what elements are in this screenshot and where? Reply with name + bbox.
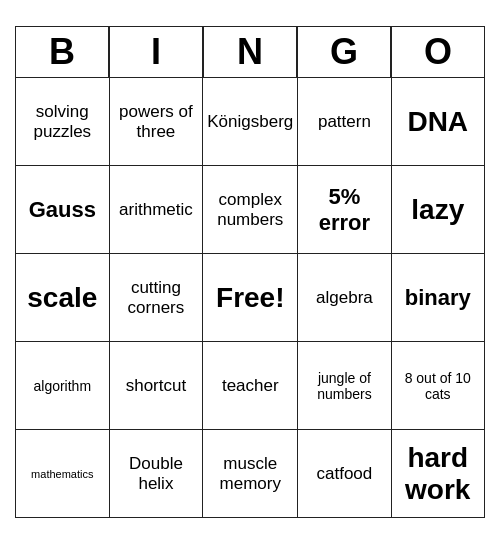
bingo-cell: 5% error [298, 166, 391, 254]
bingo-cell: pattern [298, 78, 391, 166]
cell-label: pattern [302, 112, 386, 132]
bingo-cell: cutting corners [109, 254, 203, 342]
bingo-cell: muscle memory [203, 430, 298, 518]
header-letter: N [203, 26, 297, 78]
cell-label: algebra [302, 288, 386, 308]
cell-label: powers of three [114, 102, 199, 142]
bingo-header: BINGO [15, 26, 485, 78]
cell-label: 8 out of 10 cats [396, 370, 481, 402]
cell-label: teacher [207, 376, 293, 396]
bingo-row: Gaussarithmeticcomplex numbers5% errorla… [16, 166, 485, 254]
bingo-row: mathematicsDouble helixmuscle memorycatf… [16, 430, 485, 518]
header-letter: B [15, 26, 109, 78]
bingo-cell: solving puzzles [16, 78, 110, 166]
header-letter: G [297, 26, 391, 78]
bingo-cell: complex numbers [203, 166, 298, 254]
cell-label: lazy [396, 194, 481, 226]
cell-label: solving puzzles [20, 102, 105, 142]
bingo-cell: scale [16, 254, 110, 342]
cell-label: Double helix [114, 454, 199, 494]
cell-label: shortcut [114, 376, 199, 396]
bingo-cell: mathematics [16, 430, 110, 518]
bingo-cell: Königsberg [203, 78, 298, 166]
bingo-cell: lazy [391, 166, 485, 254]
cell-label: cutting corners [114, 278, 199, 318]
header-letter: I [109, 26, 203, 78]
bingo-cell: Double helix [109, 430, 203, 518]
cell-label: DNA [396, 106, 481, 138]
cell-label: arithmetic [114, 200, 199, 220]
cell-label: complex numbers [207, 190, 293, 230]
cell-label: Königsberg [207, 112, 293, 132]
bingo-cell: shortcut [109, 342, 203, 430]
header-letter: O [391, 26, 485, 78]
cell-label: 5% error [302, 184, 386, 236]
bingo-grid: solving puzzlespowers of threeKönigsberg… [15, 78, 485, 519]
cell-label: hard work [396, 442, 481, 506]
bingo-cell: hard work [391, 430, 485, 518]
bingo-cell: teacher [203, 342, 298, 430]
bingo-cell: Free! [203, 254, 298, 342]
bingo-cell: arithmetic [109, 166, 203, 254]
cell-label: muscle memory [207, 454, 293, 494]
bingo-cell: 8 out of 10 cats [391, 342, 485, 430]
bingo-cell: binary [391, 254, 485, 342]
bingo-cell: Gauss [16, 166, 110, 254]
bingo-row: solving puzzlespowers of threeKönigsberg… [16, 78, 485, 166]
cell-label: Free! [207, 282, 293, 314]
cell-label: algorithm [20, 378, 105, 394]
cell-label: jungle of numbers [302, 370, 386, 402]
bingo-cell: jungle of numbers [298, 342, 391, 430]
cell-label: binary [396, 285, 481, 311]
cell-label: scale [20, 282, 105, 314]
bingo-row: scalecutting cornersFree!algebrabinary [16, 254, 485, 342]
cell-label: catfood [302, 464, 386, 484]
bingo-cell: algebra [298, 254, 391, 342]
bingo-row: algorithmshortcutteacherjungle of number… [16, 342, 485, 430]
cell-label: mathematics [20, 468, 105, 480]
bingo-cell: powers of three [109, 78, 203, 166]
bingo-cell: catfood [298, 430, 391, 518]
bingo-cell: algorithm [16, 342, 110, 430]
bingo-cell: DNA [391, 78, 485, 166]
cell-label: Gauss [20, 197, 105, 223]
